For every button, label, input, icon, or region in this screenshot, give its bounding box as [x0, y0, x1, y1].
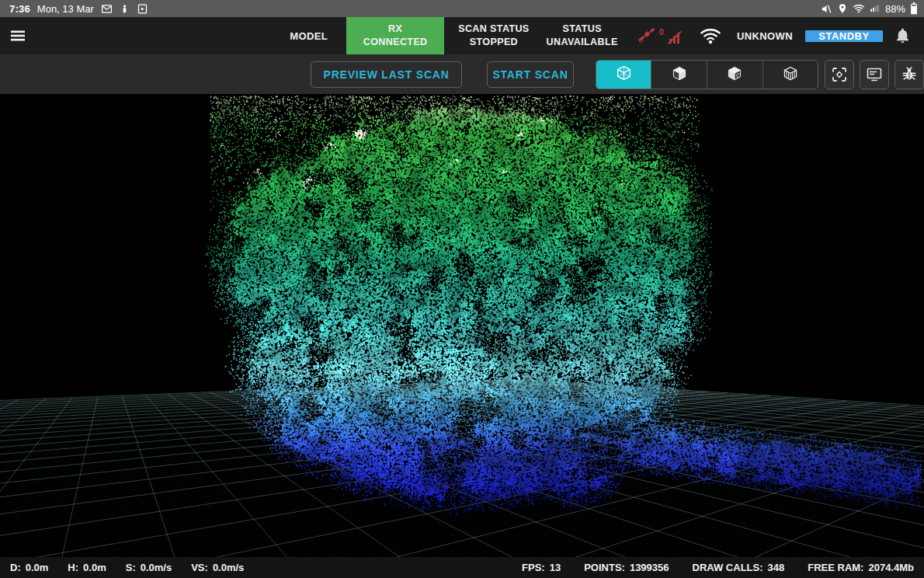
view-mode-points-cube-icon[interactable] [707, 61, 762, 89]
telemetry-stats: D:0.0m H:0.0m S:0.0m/s VS:0.0m/s [10, 562, 244, 573]
pointcloud-3d-viewport[interactable] [0, 94, 924, 557]
stat-draw-calls: DRAW CALLS:348 [693, 562, 785, 573]
app-screen: 7:36 Mon, 13 Mar [0, 0, 924, 578]
status-footer: D:0.0m H:0.0m S:0.0m/s VS:0.0m/s FPS:13 … [0, 557, 924, 578]
stat-speed: S:0.0m/s [126, 562, 172, 573]
preview-last-scan-button[interactable]: PREVIEW LAST SCAN [311, 61, 462, 88]
link-status-label: UNKNOWN [737, 30, 793, 42]
android-status-bar: 7:36 Mon, 13 Mar [0, 0, 924, 17]
stat-height: H:0.0m [68, 562, 106, 573]
battery-icon [910, 2, 918, 15]
stat-vertical-speed: VS:0.0m/s [191, 562, 244, 573]
start-scan-button[interactable]: START SCAN [487, 61, 574, 88]
stat-distance: D:0.0m [10, 562, 48, 573]
stat-points: POINTS:1399356 [584, 562, 669, 573]
pointcloud-canvas[interactable] [0, 94, 924, 557]
gnss-satellite-count: 0 [659, 27, 664, 37]
battery-percent-label: 88% [885, 3, 905, 15]
device-status-indicator: STATUS UNAVAILABLE [547, 23, 618, 49]
rx-connected-status[interactable]: RX CONNECTED [346, 17, 444, 54]
no-signal-icon [665, 29, 684, 46]
gmail-notification-icon [101, 3, 113, 15]
notifications-bell-icon[interactable] [894, 26, 912, 45]
clock-date: Mon, 13 Mar [37, 3, 94, 15]
cell-signal-icon [870, 3, 881, 14]
usb-connected-icon [120, 3, 130, 15]
recenter-view-button[interactable] [825, 60, 854, 89]
app-header: MODEL RX CONNECTED SCAN STATUS STOPPED S… [0, 17, 924, 54]
standby-mode-button[interactable]: STANDBY [805, 30, 883, 42]
render-stats: FPS:13 POINTS:1399356 DRAW CALLS:348 FRE… [522, 562, 914, 573]
wifi-icon [700, 26, 721, 45]
scan-status-indicator: SCAN STATUS STOPPED [458, 23, 529, 49]
debug-bug-button[interactable] [894, 60, 924, 89]
stat-free-ram: FREE RAM:2074.4Mb [808, 562, 914, 573]
scan-toolbar: PREVIEW LAST SCAN START SCAN [0, 54, 924, 94]
screenshot-icon [137, 3, 148, 15]
menu-icon[interactable] [0, 17, 36, 54]
view-mode-wireframe-cube-icon[interactable] [596, 61, 651, 89]
location-icon [837, 3, 848, 14]
view-mode-solid-cube-icon[interactable] [651, 61, 707, 89]
clock-time: 7:36 [9, 3, 30, 15]
view-mode-grid-cube-icon[interactable] [762, 61, 818, 89]
console-log-button[interactable] [860, 60, 889, 89]
view-mode-group [596, 60, 819, 89]
gnss-satellite-icon [637, 26, 658, 46]
stat-fps: FPS:13 [522, 562, 561, 573]
wifi-status-icon [853, 3, 865, 14]
volume-muted-icon [821, 3, 832, 15]
model-label: MODEL [290, 30, 328, 42]
gnss-status-cluster: 0 [637, 26, 684, 46]
